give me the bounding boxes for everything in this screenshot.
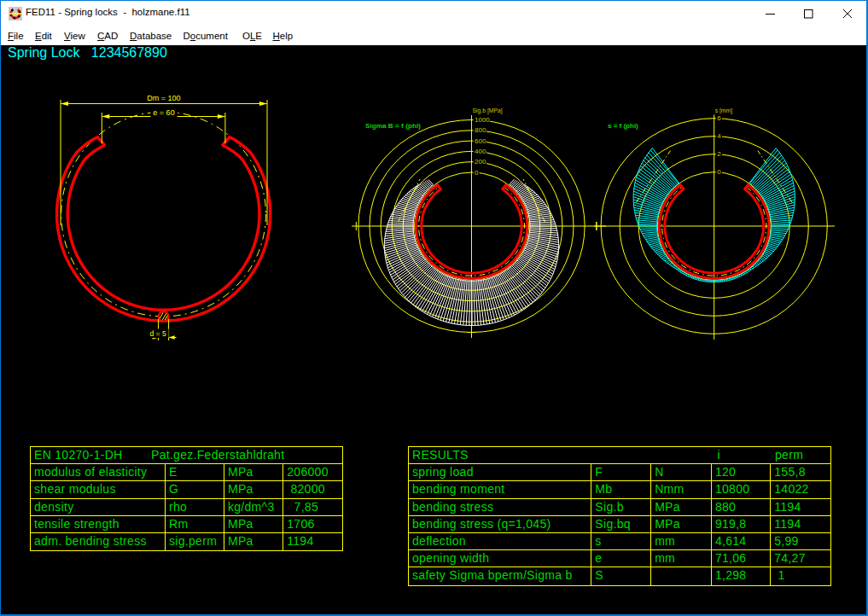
svg-text:d = 5: d = 5 bbox=[150, 329, 166, 338]
svg-text:2: 2 bbox=[717, 150, 721, 158]
svg-text:600: 600 bbox=[475, 137, 486, 145]
svg-text:Dm = 100: Dm = 100 bbox=[147, 94, 180, 102]
svg-text:e = 60: e = 60 bbox=[153, 108, 174, 117]
svg-text:s [mm]: s [mm] bbox=[715, 108, 732, 114]
svg-text:200: 200 bbox=[475, 158, 486, 166]
svg-text:1000: 1000 bbox=[475, 116, 490, 124]
svg-text:4: 4 bbox=[717, 132, 721, 140]
svg-text:400: 400 bbox=[475, 148, 486, 155]
svg-text:s = f (phi): s = f (phi) bbox=[608, 122, 638, 130]
svg-text:800: 800 bbox=[475, 126, 486, 134]
svg-text:6: 6 bbox=[717, 114, 721, 122]
svg-text:Sigma B = f (phi): Sigma B = f (phi) bbox=[365, 122, 421, 130]
svg-text:0: 0 bbox=[475, 169, 479, 177]
svg-text:0: 0 bbox=[717, 168, 721, 176]
svg-text:Sig.b [MPa]: Sig.b [MPa] bbox=[473, 108, 503, 114]
